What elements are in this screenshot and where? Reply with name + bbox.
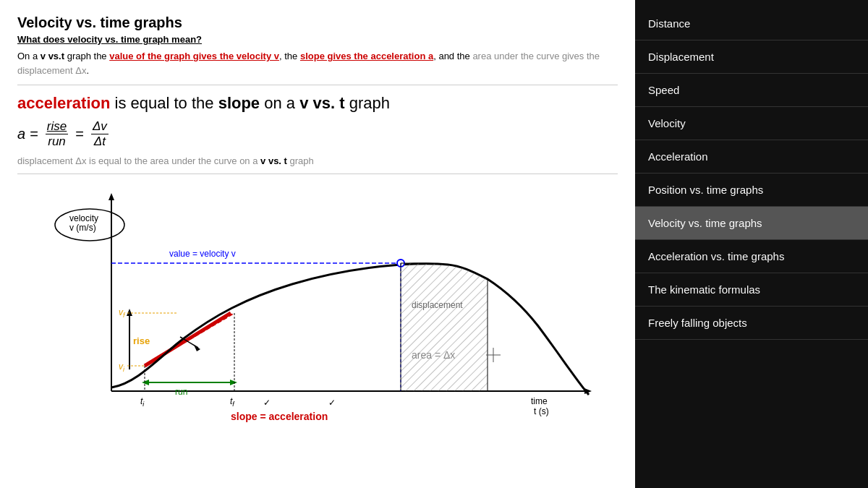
fraction-delta: Δv Δt: [91, 119, 109, 150]
displacement-text: displacement Δx is equal to the area und…: [17, 155, 618, 166]
svg-text:time: time: [531, 396, 548, 406]
svg-text:value = velocity v: value = velocity v: [169, 249, 236, 259]
svg-text:run: run: [175, 387, 187, 397]
formula-heading: acceleration is equal to the slope on a …: [17, 93, 618, 115]
formula-heading-red: acceleration: [17, 94, 110, 112]
sidebar-items: DistanceDisplacementSpeedVelocityAcceler…: [635, 7, 868, 340]
sidebar-item-displacement[interactable]: Displacement: [635, 40, 868, 74]
highlight-value: value of the graph gives the velocity v: [109, 51, 279, 61]
divider-1: [17, 85, 618, 85]
svg-marker-17: [142, 380, 149, 385]
page-title: Velocity vs. time graphs: [17, 14, 618, 31]
sidebar-item-speed[interactable]: Speed: [635, 74, 868, 107]
formula-heading-rest: is equal to the slope on a v vs. t graph: [115, 94, 390, 112]
main-content: Velocity vs. time graphs What does veloc…: [0, 0, 635, 488]
svg-text:slope = acceleration: slope = acceleration: [231, 411, 328, 422]
sidebar-item-freely-falling-objects[interactable]: Freely falling objects: [635, 307, 868, 340]
sidebar: DistanceDisplacementSpeedVelocityAcceler…: [635, 0, 868, 488]
velocity-time-graph: velocity v (m/s) time t (s) rise vf vi r…: [17, 181, 610, 427]
sidebar-item-distance[interactable]: Distance: [635, 7, 868, 40]
svg-text:ti: ti: [140, 396, 145, 408]
sidebar-item-acceleration-vs-time-graphs[interactable]: Acceleration vs. time graphs: [635, 240, 868, 273]
svg-marker-40: [194, 345, 200, 351]
svg-marker-10: [127, 309, 132, 316]
svg-line-25: [145, 313, 231, 366]
svg-marker-18: [230, 380, 237, 385]
formula-line: a = rise run = Δv Δt: [17, 119, 618, 150]
subtitle: What does velocity vs. time graph mean?: [17, 34, 618, 45]
svg-text:a = rise/run = (vf - vi)/(tf -: a = rise/run = (vf - vi)/(tf - ti): [231, 426, 325, 427]
svg-text:velocity: velocity: [69, 213, 98, 223]
sidebar-item-position-vs-time-graphs[interactable]: Position vs. time graphs: [635, 174, 868, 207]
svg-text:✓: ✓: [328, 398, 336, 408]
svg-text:tf: tf: [230, 396, 235, 408]
divider-2: [17, 174, 618, 174]
highlight-slope: slope gives the acceleration a: [300, 51, 433, 61]
sidebar-item-acceleration[interactable]: Acceleration: [635, 140, 868, 174]
svg-text:vf: vf: [119, 307, 126, 319]
svg-text:t (s): t (s): [534, 406, 549, 416]
sidebar-item-velocity[interactable]: Velocity: [635, 107, 868, 140]
svg-text:vi: vi: [119, 361, 125, 373]
svg-text:v (m/s): v (m/s): [69, 223, 96, 233]
sidebar-item-velocity-vs-time-graphs[interactable]: Velocity vs. time graphs: [635, 207, 868, 240]
svg-text:✓: ✓: [263, 398, 271, 408]
intro-paragraph: On a v vs.t graph the value of the graph…: [17, 49, 618, 77]
sidebar-item-the-kinematic-formulas[interactable]: The kinematic formulas: [635, 273, 868, 307]
svg-text:rise: rise: [133, 335, 150, 346]
svg-text:area = Δx: area = Δx: [412, 349, 455, 361]
svg-text:displacement: displacement: [412, 300, 463, 310]
fraction-rise-run: rise run: [46, 119, 68, 150]
graph-container: velocity v (m/s) time t (s) rise vf vi r…: [17, 181, 610, 427]
svg-marker-1: [109, 193, 114, 200]
